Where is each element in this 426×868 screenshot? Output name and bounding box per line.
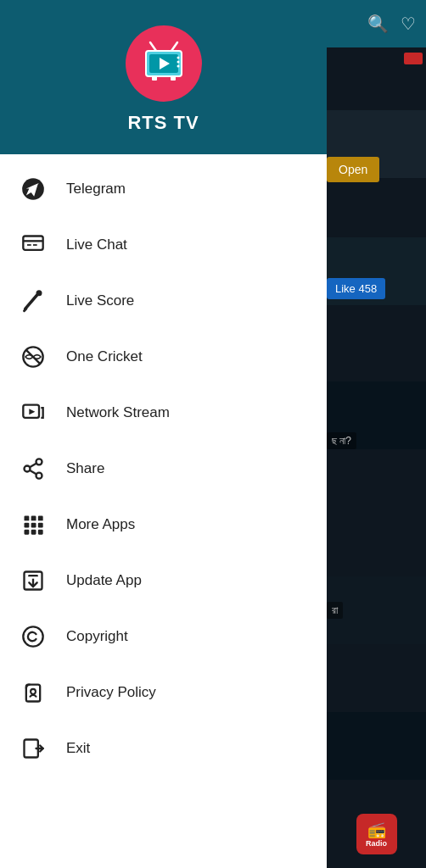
svg-rect-5 [152, 76, 157, 81]
menu-item-live-chat[interactable]: Live Chat [0, 217, 327, 273]
svg-point-9 [177, 65, 179, 68]
one-cricket-icon [17, 341, 49, 373]
background-content: 🔍 ♡ Open Like 458 ছ না? রা 📻 Radio [327, 0, 426, 868]
menu-item-privacy-policy[interactable]: Privacy Policy [0, 665, 327, 721]
menu-item-copyright[interactable]: Copyright [0, 609, 327, 665]
update-icon [17, 565, 49, 597]
stream-icon [17, 397, 49, 429]
svg-point-8 [177, 61, 179, 64]
share-icon [17, 453, 49, 485]
chat-icon [17, 229, 49, 261]
live-score-icon [17, 285, 49, 317]
live-chat-label: Live Chat [66, 236, 127, 253]
radio-button[interactable]: 📻 Radio [356, 814, 397, 854]
svg-rect-29 [38, 516, 43, 521]
exit-icon [17, 732, 49, 765]
menu-item-exit[interactable]: Exit [0, 721, 327, 776]
svg-point-23 [25, 466, 31, 472]
app-title: RTS TV [127, 112, 199, 134]
telegram-label: Telegram [66, 181, 126, 198]
svg-line-17 [25, 309, 26, 310]
navigation-drawer: RTS TV Telegram [0, 0, 327, 868]
svg-point-41 [31, 689, 36, 694]
menu-item-more-apps[interactable]: More Apps [0, 497, 327, 553]
svg-point-16 [36, 290, 42, 296]
share-label: Share [66, 460, 104, 477]
svg-point-22 [36, 459, 42, 465]
search-icon[interactable]: 🔍 [367, 14, 389, 34]
svg-point-39 [23, 626, 42, 646]
menu-item-update-app[interactable]: Update App [0, 553, 327, 609]
svg-rect-31 [31, 523, 36, 528]
svg-line-15 [25, 295, 37, 309]
svg-point-24 [36, 473, 42, 479]
tv-icon [139, 39, 188, 88]
one-cricket-label: One Cricket [66, 348, 143, 365]
like-badge: Like 458 [327, 278, 385, 299]
menu-item-live-score[interactable]: Live Score [0, 273, 327, 329]
privacy-policy-label: Privacy Policy [66, 684, 156, 701]
svg-point-7 [177, 57, 179, 59]
svg-rect-32 [38, 523, 43, 528]
svg-rect-40 [26, 685, 40, 702]
drawer-header: RTS TV [0, 0, 327, 154]
svg-rect-33 [25, 530, 30, 535]
svg-rect-30 [25, 523, 30, 528]
menu-item-one-cricket[interactable]: One Cricket [0, 329, 327, 385]
app-container: RTS TV Telegram [0, 0, 426, 868]
menu-item-share[interactable]: Share [0, 441, 327, 497]
privacy-icon [17, 676, 49, 709]
app-logo [126, 25, 202, 102]
more-apps-label: More Apps [66, 516, 135, 533]
svg-rect-11 [23, 236, 42, 250]
network-stream-label: Network Stream [66, 404, 170, 421]
svg-line-26 [30, 470, 36, 475]
menu-item-telegram[interactable]: Telegram [0, 161, 327, 217]
svg-rect-34 [31, 530, 36, 535]
svg-rect-6 [171, 76, 176, 81]
top-bar: 🔍 ♡ [327, 0, 426, 47]
open-button[interactable]: Open [327, 157, 379, 182]
exit-label: Exit [66, 740, 90, 757]
svg-rect-35 [38, 530, 43, 535]
grid-icon [17, 509, 49, 541]
heart-icon[interactable]: ♡ [401, 14, 416, 34]
svg-line-0 [150, 42, 156, 51]
telegram-icon [17, 173, 49, 205]
people-text: রা [327, 602, 343, 619]
svg-marker-21 [29, 409, 35, 415]
copyright-icon [17, 620, 49, 653]
update-app-label: Update App [66, 572, 142, 589]
copyright-label: Copyright [66, 628, 128, 645]
svg-line-1 [171, 42, 177, 51]
svg-line-25 [30, 464, 36, 468]
svg-rect-27 [25, 516, 30, 521]
svg-rect-28 [31, 516, 36, 521]
menu-list: Telegram Live Chat [0, 154, 327, 868]
svg-line-19 [26, 350, 40, 364]
question-text: ছ না? [327, 432, 356, 449]
menu-item-network-stream[interactable]: Network Stream [0, 385, 327, 441]
radio-label: Radio [366, 839, 387, 848]
flag-icon [404, 53, 423, 64]
live-score-label: Live Score [66, 292, 134, 309]
